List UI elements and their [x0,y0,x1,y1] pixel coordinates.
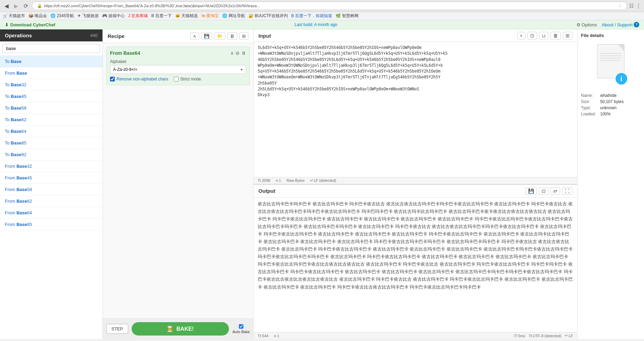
sidebar-item-to-base58[interactable]: To Base58 [0,102,102,114]
auto-bake-checkbox[interactable] [239,324,243,329]
bookmark-tianmao[interactable]: 🛒 天猫超市 [3,13,25,19]
sidebar-item-from-base32[interactable]: From Base32 [0,161,102,172]
nav-back-button[interactable]: ◀ [3,2,10,10]
input-new-btn[interactable]: ⊡ [527,32,537,39]
bookmark-jd[interactable]: J 京东商城 [128,13,148,19]
sidebar-item-from-base45-label: From Base45 [5,175,32,180]
file-info-circle: i [615,72,628,85]
output-copy-btn[interactable]: ⊡ [539,187,548,195]
recipe-load-btn[interactable]: 📁 [214,33,225,40]
file-loaded-value: 100% [600,112,611,116]
op-pause-btn[interactable]: ⏸ [241,50,246,56]
nav-refresh-button[interactable]: ⟳ [22,2,30,10]
sidebar-search-input[interactable] [2,44,100,53]
strict-mode-label: Strict mode [180,77,201,81]
sidebar-item-to-base32[interactable]: To Base32 [0,79,102,91]
output-char-icon: Tt [258,334,261,338]
sidebar-item-from-base58-label: From Base58 [5,187,32,192]
recipe-trash-btn[interactable]: 🗑 [227,33,237,40]
output-footer: Tt 544 ≡ 1 ⏱ 5ms [254,332,577,339]
sidebar-item-to-base92[interactable]: To Base92 [0,149,102,161]
strict-mode-checkbox[interactable] [174,77,179,81]
alphabet-row: Alphabet A-Za-z0-9+/= ▼ [110,59,246,74]
file-size-row: Size: 50,107 bytes [581,99,641,104]
sidebar-item-from-base45[interactable]: From Base45 [0,172,102,184]
op-collapse-btn[interactable]: ∧ [230,50,234,56]
sidebar-item-to-base[interactable]: To Base [0,56,102,67]
op-disable-btn[interactable]: ⊘ [235,50,240,56]
strict-mode-checkbox-wrapper[interactable]: Strict mode [174,77,201,81]
recipe-header: Recipe ∧ 💾 📁 🗑 ⊞ [103,29,253,43]
bookmark-2345[interactable]: 🌐 2345导航 [50,13,74,19]
bookmark-zhihuishu[interactable]: 🌿 智慧树网 [336,13,358,19]
input-trash-btn[interactable]: 🗑 [550,32,561,39]
bookmark-game[interactable]: 🎮 游戏中心 [102,13,125,19]
top-banner: ⬇ Download CyberChef Last build: A month… [0,20,644,29]
address-bar[interactable]: 🔒 https://ctf.mzy0.com/CyberChef3/#recip… [32,2,627,10]
file-type-value: unknown [600,105,617,110]
bookmark-taobao[interactable]: 🛍 爱淘宝 [201,13,219,19]
operation-header: From Base64 ∧ ⊘ ⏸ [110,50,246,56]
star-icon[interactable]: ☆ [619,4,622,8]
auto-bake-wrapper: Auto Bake [232,324,250,334]
sidebar-item-to-base64[interactable]: To Base64 [0,126,102,137]
output-save-btn[interactable]: 💾 [525,187,537,195]
gear-icon: ⚙ [576,22,581,27]
input-encoding[interactable]: Raw Bytes [287,178,305,182]
input-line-ending[interactable]: ↵ LF (detected) [310,178,336,183]
file-details-title: File details [581,33,604,38]
sidebar-item-to-base-label: To Base [5,59,21,64]
sidebar-item-to-base45[interactable]: To Base45 [0,91,102,102]
about-btn[interactable]: About / Support ? [602,22,639,27]
output-line-ending[interactable]: ↵ LF [565,333,573,338]
sidebar-item-from-base-label: From Base [5,71,27,76]
remove-nonalpha-label: Remove non-alphabet chars [117,77,168,81]
input-content[interactable]: 5L6d5Y+k5q+U5Y+k546b5Y2h5be05Y2h546b5Y2h… [254,42,577,177]
nav-forward-button[interactable]: ▶ [12,2,20,10]
sidebar-item-from-base58[interactable]: From Base58 [0,184,102,195]
recipe-footer: STEP 👨‍🍳 BAKE! Auto Bake [103,318,253,339]
font-icon: Tt [529,334,532,338]
output-section: Output 💾 ⊡ ⇄ ⛶ 依古比古玛卡巴卡玛卡巴卡 依古比古玛卡巴卡 玛卡巴… [254,185,577,339]
sidebar-item-from-base[interactable]: From Base [0,67,102,79]
sidebar-count: 440 [90,33,98,38]
input-add-btn[interactable]: + [517,32,525,39]
sidebar-item-to-base85[interactable]: To Base85 [0,137,102,149]
download-btn[interactable]: ⬇ Download CyberChef [5,22,55,27]
output-expand-btn[interactable]: ⛶ [562,187,572,195]
file-loaded-row: Loaded: 100% [581,112,641,116]
output-footer-left: Tt 544 ≡ 1 [258,334,279,338]
recipe-save-btn[interactable]: 💾 [201,33,212,40]
input-load-btn[interactable]: ⊔ [539,32,548,39]
bookmark-baidu2[interactable]: B 百度一下，你就知道 [291,13,332,19]
sidebar-item-to-base64-label: To Base64 [5,129,26,134]
bake-button[interactable]: 👨‍🍳 BAKE! [132,322,229,336]
menu-button[interactable]: ⋮ [636,3,641,9]
remove-nonalpha-checkbox[interactable] [110,77,115,81]
sidebar-item-to-base45-label: To Base45 [5,94,26,99]
bookmark-wzdh[interactable]: 🌐 网址导航 [222,13,245,19]
sidebar-header: Operations 440 [0,29,102,41]
input-line-count: ≡ 1 [276,178,281,182]
sidebar-item-from-base85[interactable]: From Base85 [0,219,102,230]
alphabet-select[interactable]: A-Za-z0-9+/= [110,65,246,74]
step-button[interactable]: STEP [106,324,128,334]
bookmark-baidu[interactable]: B 百度一下 [151,13,171,19]
sidebar-item-to-base62[interactable]: To Base62 [0,114,102,126]
options-btn[interactable]: ⚙ Options [576,22,597,27]
extensions-button[interactable]: ☷ [629,3,634,9]
bookmark-weipinhui[interactable]: 📦 唯品会 [28,13,47,19]
sidebar-item-from-base64[interactable]: From Base64 [0,207,102,219]
output-encoding[interactable]: Tt UTF-8 (detected) [529,333,562,338]
bookmark-tmjx[interactable]: 🐱 天猫精选 [175,13,198,19]
bookmark-feizhu[interactable]: ✈ 飞猪旅游 [77,13,98,19]
bookmark-buuctf[interactable]: 🔐 BUUCTF在线评判 [248,13,288,19]
recipe-grid-btn[interactable]: ⊞ [239,33,248,40]
operation-actions: ∧ ⊘ ⏸ [230,50,246,56]
recipe-collapse-btn[interactable]: ∧ [190,33,199,40]
remove-nonalpha-checkbox-wrapper[interactable]: Remove non-alphabet chars [110,77,168,81]
output-replace-btn[interactable]: ⇄ [550,187,560,195]
sidebar-item-from-base62[interactable]: From Base62 [0,195,102,207]
file-type-key: Type: [581,105,599,110]
input-grid-btn[interactable]: ⊞ [563,32,572,39]
